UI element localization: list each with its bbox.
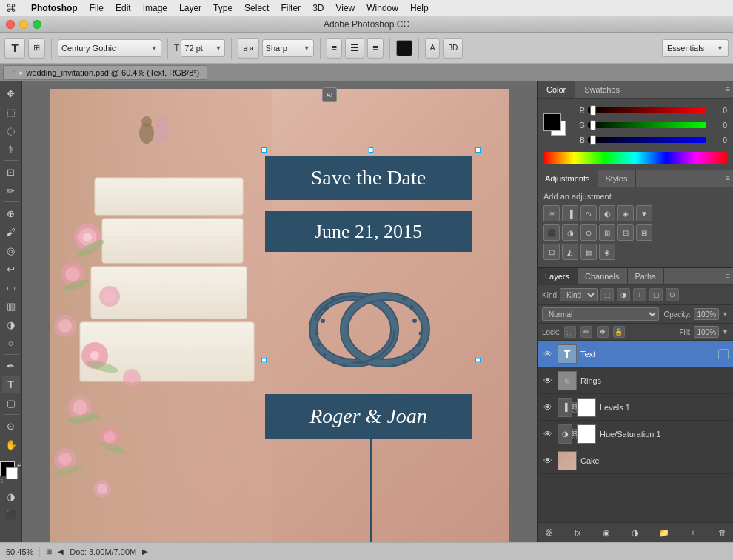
color-lookup-adj-icon[interactable]: ⊟ (617, 224, 634, 241)
layer-eye-text[interactable]: 👁 (542, 348, 554, 360)
background-color[interactable] (6, 467, 18, 479)
tab-channels[interactable]: Channels (578, 268, 627, 284)
gradient-tool[interactable]: ▥ (2, 297, 20, 315)
r-track[interactable] (588, 107, 706, 113)
align-left-btn[interactable]: ≡ (327, 38, 343, 59)
tab-close[interactable]: × (11, 68, 16, 76)
text-color-swatch[interactable] (396, 40, 412, 56)
history-tool[interactable]: ↩ (2, 260, 20, 278)
fill-input[interactable] (694, 326, 719, 338)
status-arrow-left[interactable]: ◀ (58, 547, 64, 556)
hand-tool[interactable]: ✋ (2, 436, 20, 453)
opacity-arrow[interactable]: ▼ (722, 310, 729, 318)
selection-tool[interactable]: ⬚ (2, 103, 20, 121)
minimize-button[interactable] (19, 20, 28, 29)
color-spectrum[interactable] (543, 152, 727, 164)
tool-options-btn[interactable]: ⊞ (28, 38, 45, 59)
delete-layer-btn[interactable]: 🗑 (715, 526, 729, 539)
tab-layers[interactable]: Layers (538, 268, 578, 284)
menu-3d[interactable]: 3D (312, 3, 324, 13)
lock-pixels-btn[interactable]: ✏ (580, 326, 592, 338)
color-balance-adj-icon[interactable]: ⬛ (543, 224, 560, 241)
threshold-adj-icon[interactable]: ◭ (562, 244, 578, 260)
layer-list[interactable]: 👁 T Text 👁 ⊙ Rings 👁 ▐ ⛓ (538, 341, 733, 522)
brush-tool[interactable]: 🖌 (2, 223, 20, 241)
lock-transparent-btn[interactable]: ⬚ (564, 326, 576, 338)
blend-mode-select[interactable]: Normal (542, 307, 659, 321)
menu-type[interactable]: Type (213, 3, 232, 13)
layer-shape-filter[interactable]: ▢ (649, 288, 663, 301)
menu-edit[interactable]: Edit (116, 3, 131, 13)
selective-color-adj-icon[interactable]: ◈ (599, 244, 615, 260)
zoom-tool[interactable]: ⊙ (2, 417, 20, 435)
close-button[interactable] (6, 20, 15, 29)
g-thumb[interactable] (590, 120, 596, 130)
clone-tool[interactable]: ◎ (2, 241, 20, 259)
character-panel-btn[interactable]: A (425, 38, 441, 59)
canvas-area[interactable]: AI (22, 81, 537, 542)
default-colors-icon[interactable]: □ (0, 479, 3, 484)
text-tool[interactable]: T (2, 376, 20, 393)
layer-item-rings[interactable]: 👁 ⊙ Rings (538, 367, 733, 394)
layer-type-filter[interactable]: T (633, 288, 646, 301)
eyedropper-tool[interactable]: ✏ (2, 181, 20, 199)
apple-menu[interactable]: ⌘ (6, 2, 16, 14)
new-adjustment-btn[interactable]: ◑ (629, 526, 642, 539)
gradient-map-adj-icon[interactable]: ▤ (580, 244, 597, 260)
eraser-tool[interactable]: ▭ (2, 279, 20, 296)
invert-adj-icon[interactable]: ⊡ (543, 244, 560, 260)
hue-adj-icon[interactable]: ▼ (636, 205, 652, 221)
lock-all-btn[interactable]: 🔒 (613, 326, 625, 338)
pen-tool[interactable]: ✒ (2, 357, 20, 375)
layer-eye-levels[interactable]: 👁 (542, 401, 554, 413)
vibrance-adj-icon[interactable]: ◈ (617, 205, 634, 221)
new-group-btn[interactable]: 📁 (657, 526, 671, 539)
layer-smart-filter[interactable]: ⊙ (666, 288, 679, 301)
opacity-input[interactable] (694, 308, 719, 320)
menu-layer[interactable]: Layer (179, 3, 201, 13)
essentials-select[interactable]: Essentials ▼ (662, 39, 729, 57)
photo-filter-adj-icon[interactable]: ⊙ (580, 224, 597, 241)
layers-panel-menu[interactable]: ≡ (723, 268, 733, 284)
kind-select[interactable]: Kind (560, 288, 598, 301)
layer-item-text[interactable]: 👁 T Text (538, 341, 733, 367)
document-tab[interactable]: × ● wedding_invitation.psd @ 60.4% (Text… (3, 65, 207, 80)
brightness-adj-icon[interactable]: ☀ (543, 205, 560, 221)
layer-eye-cake[interactable]: 👁 (542, 455, 554, 467)
blur-tool[interactable]: ◑ (2, 316, 20, 333)
bw-adj-icon[interactable]: ◑ (562, 224, 578, 241)
swap-colors-icon[interactable]: ⇄ (17, 461, 22, 468)
g-track[interactable] (588, 122, 706, 128)
3d-mode-btn[interactable]: 3D (443, 38, 463, 59)
link-layers-btn[interactable]: ⛓ (542, 526, 555, 539)
menu-image[interactable]: Image (143, 3, 167, 13)
menu-file[interactable]: File (90, 3, 104, 13)
layer-pixel-filter[interactable]: ⬚ (600, 288, 614, 301)
tab-paths[interactable]: Paths (628, 268, 664, 284)
layer-item-levels[interactable]: 👁 ▐ ⛓ Levels 1 (538, 394, 733, 421)
tab-swatches[interactable]: Swatches (575, 81, 629, 98)
quick-mask-tool[interactable]: ◑ (2, 487, 20, 505)
channel-mixer-adj-icon[interactable]: ⊞ (599, 224, 615, 241)
maximize-button[interactable] (33, 20, 41, 29)
status-doc-icon[interactable]: ⊞ (46, 547, 52, 556)
curves-adj-icon[interactable]: ∿ (580, 205, 597, 221)
menu-filter[interactable]: Filter (281, 3, 301, 13)
text-tool-indicator[interactable]: T (4, 38, 25, 59)
menu-view[interactable]: View (335, 3, 355, 13)
layer-item-cake[interactable]: 👁 Cake (538, 447, 733, 474)
wand-tool[interactable]: ⚕ (2, 140, 20, 158)
tab-styles[interactable]: Styles (598, 170, 636, 187)
layer-item-hue[interactable]: 👁 ◑ ⛓ Hue/Saturation 1 (538, 421, 733, 447)
tab-color[interactable]: Color (538, 81, 575, 98)
crop-tool[interactable]: ⊡ (2, 163, 20, 181)
move-tool[interactable]: ✥ (2, 84, 20, 102)
align-center-btn[interactable]: ☰ (345, 38, 364, 59)
lock-position-btn[interactable]: ✥ (597, 326, 609, 338)
layer-effects-btn[interactable]: fx (571, 526, 584, 539)
font-size-select[interactable]: 72 pt ▼ (181, 39, 225, 57)
status-arrow-right[interactable]: ▶ (142, 547, 148, 556)
menu-select[interactable]: Select (244, 3, 269, 13)
dodge-tool[interactable]: ○ (2, 334, 20, 352)
shape-tool[interactable]: ▢ (2, 394, 20, 412)
